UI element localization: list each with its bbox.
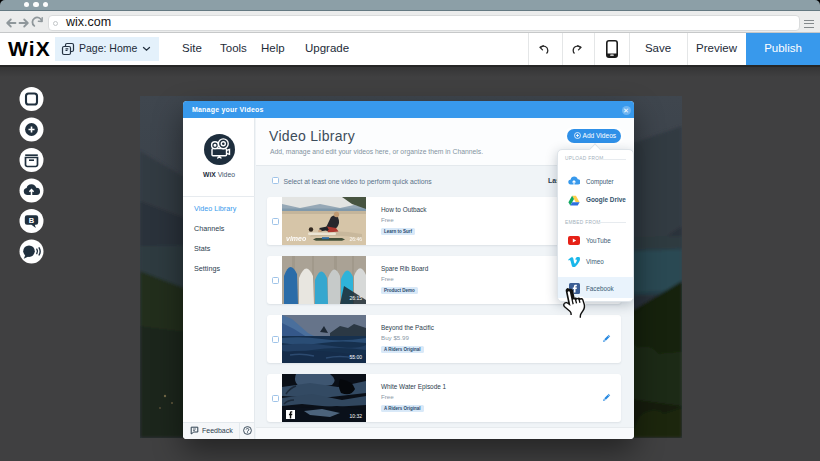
svg-text:B: B bbox=[29, 216, 35, 225]
svg-text:vimeo: vimeo bbox=[286, 235, 307, 242]
svg-text:26:15: 26:15 bbox=[349, 295, 362, 301]
svg-text:26:46: 26:46 bbox=[349, 236, 362, 242]
svg-text:55:00: 55:00 bbox=[349, 354, 362, 360]
svg-text:10:32: 10:32 bbox=[349, 413, 362, 419]
